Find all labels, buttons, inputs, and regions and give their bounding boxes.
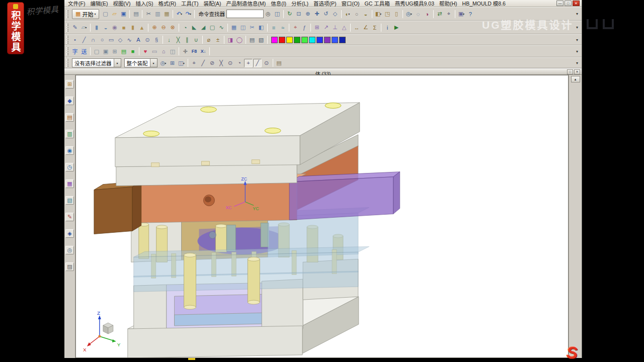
toolbar-grip[interactable] <box>66 24 68 32</box>
sketch-icon[interactable]: ✎ <box>71 23 79 32</box>
window-icon[interactable]: ▣▾ <box>457 10 465 18</box>
attach-icon[interactable]: ✚ <box>181 47 190 56</box>
exploded-view-icon[interactable]: △ <box>340 23 349 32</box>
color-swatch[interactable] <box>271 37 278 43</box>
touch-mode-icon[interactable]: ◫ <box>273 10 281 18</box>
slider-block-right[interactable] <box>289 172 400 220</box>
scroll-up-icon[interactable]: ▴ <box>571 76 580 82</box>
bridge-curve-icon[interactable]: ∪ <box>192 36 201 44</box>
color-swatch[interactable] <box>309 37 315 43</box>
datum-plane-icon[interactable]: ▱▾ <box>80 23 89 32</box>
intersect-icon[interactable]: ⊗ <box>169 23 177 32</box>
show-object-icon[interactable]: ◯ <box>235 36 244 44</box>
menu-item[interactable]: 编辑(E) <box>88 0 110 7</box>
wave-link-icon[interactable]: ≈ <box>279 23 287 32</box>
point-on-curve-snap-icon[interactable]: ╱ <box>253 59 262 67</box>
object-display-icon[interactable]: ◨ <box>226 36 235 44</box>
measure-distance-icon[interactable]: ↔ <box>353 23 361 32</box>
deviation-gauge-icon[interactable]: ± <box>214 36 222 44</box>
command-finder-search-icon[interactable]: ◎ <box>264 10 272 18</box>
helix-icon[interactable]: § <box>152 36 161 44</box>
constraint-navigator-icon[interactable]: ◆ <box>65 97 74 105</box>
thread-icon[interactable]: ∿ <box>217 23 226 32</box>
assembly-constraints-icon[interactable]: ⊥ <box>331 23 340 32</box>
color-swatch[interactable] <box>339 37 346 43</box>
cut-icon[interactable]: ✂ <box>144 10 153 18</box>
subtract-icon[interactable]: ⊖ <box>159 23 168 32</box>
endpoint-snap-icon[interactable]: ╱ <box>199 59 207 67</box>
selection-filter-combo[interactable]: 没有选择过滤器 ▾ <box>72 58 121 67</box>
visualization-icon[interactable]: ▧ <box>257 36 266 44</box>
info-icon[interactable]: i <box>383 23 392 32</box>
toolbar-overflow-icon[interactable]: ▾ <box>574 25 580 30</box>
toolbar-overflow-icon[interactable]: ▾ <box>574 12 580 16</box>
help-icon[interactable]: ? <box>466 10 474 18</box>
mold-tool-solid-icon[interactable]: ■ <box>129 47 137 56</box>
mold-tool-plate-icon[interactable]: ▣ <box>102 47 110 56</box>
viewport-restore-button[interactable]: □ <box>567 69 573 74</box>
x-down-icon[interactable]: X↓ <box>199 47 208 56</box>
menu-item[interactable]: 文件(F) <box>65 0 88 7</box>
menu-item[interactable]: 插入(S) <box>133 0 155 7</box>
toolbar-overflow-icon[interactable]: ▾ <box>574 38 580 42</box>
expressions-icon[interactable]: ƒ <box>300 23 309 32</box>
bottom-clamp-plate-front[interactable] <box>128 326 302 357</box>
palette-icon[interactable]: ▨ <box>65 262 74 271</box>
mold-tool-table-icon[interactable]: ▤ <box>120 47 128 56</box>
find-icon[interactable]: ◎ <box>65 246 74 254</box>
arc-center-snap-icon[interactable]: ⊙ <box>226 59 234 67</box>
highlight-icon[interactable]: ◫▾ <box>177 59 186 67</box>
clipboard-icon[interactable]: ▤ <box>275 59 283 67</box>
color-swatch[interactable] <box>316 37 323 43</box>
show-hide-icon[interactable]: ◎▾ <box>405 10 413 18</box>
arc-icon[interactable]: ∩ <box>89 36 98 44</box>
shell-icon[interactable]: ▢ <box>208 23 217 32</box>
runner-plate[interactable] <box>116 164 297 186</box>
project-curve-icon[interactable]: ↓ <box>165 36 174 44</box>
datum-csys-icon[interactable]: ⌖ <box>291 23 300 32</box>
trim-body-icon[interactable]: ✂ <box>248 23 257 32</box>
part-navigator-icon[interactable]: ▤ <box>65 113 74 122</box>
orient-view-icon[interactable]: ◧▾ <box>374 10 382 18</box>
line-icon[interactable]: ╱ <box>80 36 89 44</box>
f8-view-icon[interactable]: F8 <box>190 47 199 56</box>
select-all-icon[interactable]: ⊞ <box>168 59 177 67</box>
paste-icon[interactable]: ▦ <box>163 10 171 18</box>
chevron-down-icon[interactable]: ▾ <box>114 59 121 67</box>
rectangle-icon[interactable]: ▭ <box>107 36 116 44</box>
revolve-icon[interactable]: ◒ <box>102 23 110 32</box>
viewport-close-button[interactable]: ✕ <box>574 69 580 74</box>
intersection-snap-icon[interactable]: ╳ <box>217 59 225 67</box>
menu-item[interactable]: 工具(T) <box>179 0 201 7</box>
web-browser-icon[interactable]: ◉ <box>65 146 74 155</box>
edit-object-display-icon[interactable]: ◑ <box>423 10 431 18</box>
color-swatch[interactable] <box>286 37 293 43</box>
layer-icon[interactable]: ▤ <box>248 36 257 44</box>
text-tool-icon[interactable]: 字 <box>71 47 79 56</box>
front-view-icon[interactable]: ▯ <box>392 10 400 18</box>
circle-icon[interactable]: ○ <box>98 36 107 44</box>
menu-item[interactable]: 燕秀UG模具9.03 <box>392 0 437 7</box>
perspective-icon[interactable]: ◇ <box>331 10 339 18</box>
menu-item[interactable]: HB_MOULD 模8.6 <box>460 0 508 7</box>
panel-icon[interactable]: ◫ <box>169 47 177 56</box>
mirror-feature-icon[interactable]: ◫ <box>239 23 248 32</box>
process-studio-icon[interactable]: ▦ <box>65 179 74 188</box>
fit-view-icon[interactable]: ⊡ <box>294 10 303 18</box>
move-component-icon[interactable]: ↗ <box>322 23 331 32</box>
offset-surface-icon[interactable]: ≡ <box>270 23 278 32</box>
text-curve-icon[interactable]: A <box>134 36 143 44</box>
color-swatch[interactable] <box>301 37 308 43</box>
trimetric-view-icon[interactable]: ◳ <box>383 10 391 18</box>
menu-item[interactable]: 产品制造信息(M) <box>223 0 268 7</box>
unite-icon[interactable]: ⊕ <box>150 23 159 32</box>
block-icon[interactable]: ■ <box>120 23 128 32</box>
existing-point-snap-icon[interactable]: + <box>244 59 253 67</box>
menu-item[interactable]: 信息(I) <box>268 0 289 7</box>
quadrant-snap-icon[interactable]: ◔ <box>235 59 244 67</box>
slider-block-left[interactable] <box>94 182 141 234</box>
midpoint-snap-icon[interactable]: ⊘ <box>208 59 216 67</box>
menu-item[interactable]: 格式(R) <box>155 0 179 7</box>
toolbar-grip[interactable] <box>66 47 68 55</box>
toolbar-grip[interactable] <box>66 10 68 18</box>
